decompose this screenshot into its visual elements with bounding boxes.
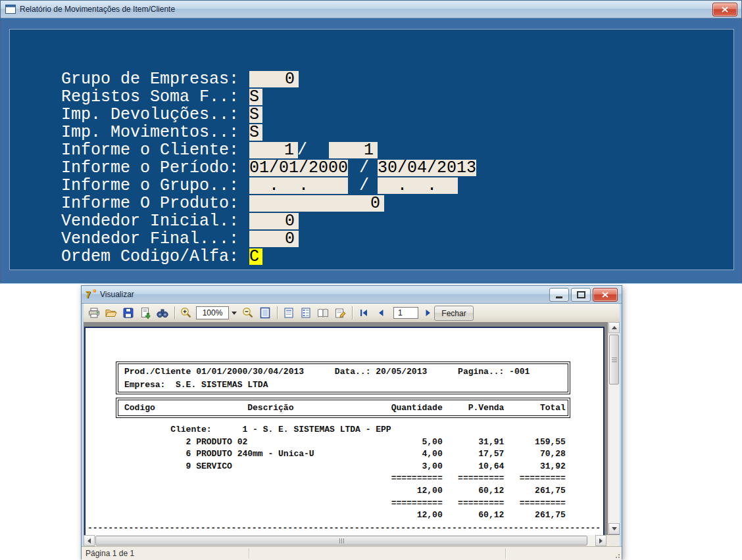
report-columns-line: Codigo Descrição Quantidade P.Venda Tota…: [118, 400, 568, 415]
main-window-title: Relatório de Movimentações de Item/Clien…: [20, 5, 175, 14]
window-icon: [5, 5, 16, 14]
status-divider: [505, 548, 507, 559]
chevron-down-icon: [232, 312, 237, 315]
label-produto: Informe O Produto:: [61, 195, 239, 212]
field-periodo-fim[interactable]: 30/04/2013: [378, 160, 476, 176]
scroll-left-button[interactable]: [84, 535, 95, 546]
page-view-button[interactable]: [282, 306, 296, 320]
zoom-level-select[interactable]: 100%: [196, 306, 229, 319]
toolbar-separator: [352, 306, 353, 319]
preview-title-bar[interactable]: 7 Visualizar: [82, 286, 622, 304]
save-icon: [122, 306, 135, 319]
previous-page-icon: [376, 308, 386, 318]
preview-close-button[interactable]: [593, 288, 618, 302]
report-header-line2: Empresa: S.E. SISTEMAS LTDA: [118, 379, 568, 392]
print-button[interactable]: [87, 306, 101, 320]
vertical-scrollbar[interactable]: [608, 322, 620, 534]
main-title-bar[interactable]: Relatório de Movimentações de Item/Clien…: [1, 1, 741, 18]
scroll-down-button[interactable]: [608, 523, 620, 534]
field-grupo-fim[interactable]: . .: [378, 177, 458, 194]
report-body-line: 12,00 60,12 261,75: [124, 509, 566, 522]
horizontal-scroll-thumb[interactable]: [95, 536, 587, 546]
scroll-up-button[interactable]: [608, 322, 620, 333]
field-cliente-ate[interactable]: 1: [329, 142, 378, 158]
maximize-button[interactable]: [571, 288, 591, 302]
vertical-scroll-thumb[interactable]: [609, 335, 619, 385]
export-button[interactable]: [138, 306, 153, 320]
preview-window: 7 Visualizar: [81, 285, 622, 559]
field-vendedor-inicial[interactable]: 0: [249, 213, 299, 229]
arrow-up-icon: [612, 326, 617, 329]
label-vendedor-inicial: Vendedor Inicial.:: [61, 213, 239, 229]
close-button[interactable]: [712, 3, 737, 16]
scroll-right-button[interactable]: [595, 535, 606, 546]
report-body-line: 9 SERVICO 3,00 10,64 31,92: [124, 461, 566, 473]
previous-page-button[interactable]: [374, 306, 388, 320]
thumb-grip: [339, 538, 344, 544]
minimize-icon: [556, 296, 562, 298]
page-number-input[interactable]: 1: [393, 307, 418, 319]
first-page-icon: [359, 308, 369, 318]
page-list-icon: [299, 306, 312, 319]
grupo-separator: /: [359, 177, 369, 194]
first-page-button[interactable]: [357, 306, 371, 320]
save-button[interactable]: [121, 306, 136, 320]
edit-pencil-icon: [334, 306, 347, 319]
horizontal-scrollbar[interactable]: [84, 535, 606, 546]
field-periodo-inicio[interactable]: 01/01/2000: [249, 160, 348, 176]
label-grupo: Informe o Grupo..:: [61, 177, 239, 194]
zoom-out-button[interactable]: [241, 306, 255, 320]
field-registos-soma[interactable]: S: [249, 89, 262, 105]
report-body-line: Cliente: 1 - S. E. SISTEMAS LTDA - EPP: [124, 424, 566, 436]
minimize-button[interactable]: [549, 288, 569, 302]
report-body-line: ========== ========= =========: [124, 498, 566, 510]
preview-toolbar: 100%: [84, 304, 620, 323]
maximize-icon: [577, 291, 585, 298]
close-icon: [722, 7, 728, 12]
zoom-in-button[interactable]: [179, 306, 193, 320]
label-registos-soma: Registos Soma F..:: [61, 89, 239, 105]
horizontal-scrollbar-row: [84, 535, 620, 546]
arrow-right-icon: [599, 538, 603, 544]
whole-page-icon: [259, 306, 272, 319]
thumb-grip: [612, 358, 617, 362]
label-imp-movimentos: Imp. Movimentos..:: [61, 124, 239, 141]
report-page: Prod./Cliente 01/01/2000/30/04/2013 Data…: [84, 327, 605, 535]
fechar-button[interactable]: Fechar: [434, 306, 474, 321]
open-button[interactable]: [104, 306, 118, 320]
field-produto[interactable]: 0: [249, 195, 384, 212]
page-setup-button[interactable]: [333, 306, 347, 320]
report-preview-area: Prod./Cliente 01/01/2000/30/04/2013 Data…: [84, 323, 620, 535]
zoom-select-arrow-button[interactable]: [230, 307, 238, 319]
whole-page-button[interactable]: [258, 306, 272, 320]
find-button[interactable]: [155, 306, 170, 320]
report-columns-box: Codigo Descrição Quantidade P.Venda Tota…: [116, 398, 570, 418]
resize-grip[interactable]: [614, 552, 620, 559]
field-vendedor-final[interactable]: 0: [249, 231, 299, 247]
printer-icon: [87, 306, 101, 319]
book-icon: [316, 306, 330, 319]
field-imp-devolucoes[interactable]: S: [249, 106, 262, 123]
binoculars-icon: [156, 306, 169, 319]
toolbar-separator: [277, 306, 278, 319]
book-view-button[interactable]: [316, 306, 330, 320]
page-list-button[interactable]: [299, 306, 313, 320]
form-panel: Grupo de Empresas: 0 Registos Soma F..: …: [9, 29, 734, 270]
field-grupo-empresas[interactable]: 0: [249, 71, 299, 87]
report-body-line: 2 PRODUTO 02 5,00 31,91 159,55: [124, 436, 566, 449]
field-imp-movimentos[interactable]: S: [249, 124, 262, 141]
periodo-separator: /: [359, 160, 369, 176]
label-periodo: Informe o Período:: [61, 160, 239, 176]
report-header-line1: Prod./Cliente 01/01/2000/30/04/2013 Data…: [118, 364, 568, 379]
label-grupo-empresas: Grupo de Empresas:: [61, 71, 239, 87]
next-page-button[interactable]: [421, 306, 435, 320]
field-ordem[interactable]: C: [249, 248, 262, 265]
field-cliente-de[interactable]: 1: [249, 142, 298, 158]
open-folder-icon: [105, 306, 118, 319]
field-grupo-inicio[interactable]: . .: [249, 177, 348, 194]
arrow-left-icon: [87, 538, 91, 544]
screen: Relatório de Movimentações de Item/Clien…: [0, 0, 742, 560]
page-info-text: Página 1 de 1: [86, 549, 134, 558]
main-window-body: Grupo de Empresas: 0 Registos Soma F..: …: [1, 18, 741, 283]
report-parameters-window: Relatório de Movimentações de Item/Clien…: [0, 0, 742, 284]
